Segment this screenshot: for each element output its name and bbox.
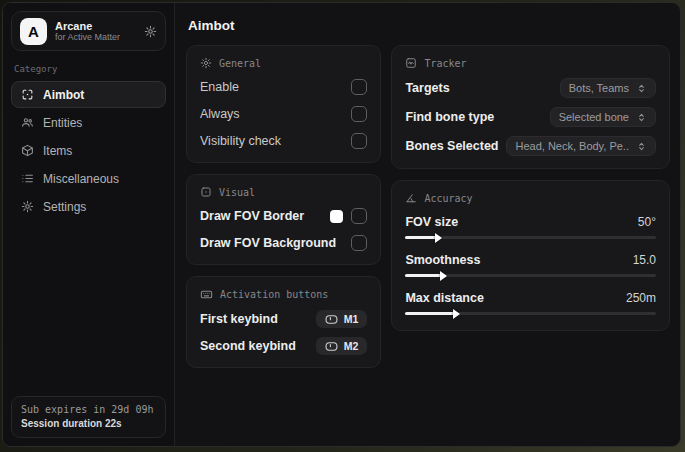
sidebar-item-aimbot[interactable]: Aimbot <box>11 81 166 108</box>
slider-thumb[interactable] <box>453 309 460 319</box>
targets-value: Bots, Teams <box>569 82 629 94</box>
sidebar-item-label: Settings <box>43 200 86 214</box>
session-duration-text: Session duration 22s <box>21 418 156 429</box>
keybind-value: M1 <box>344 313 359 325</box>
slider-thumb[interactable] <box>440 271 447 281</box>
left-column: General Enable Always Visibility check <box>186 45 381 368</box>
chevrons-up-down-icon <box>636 141 647 152</box>
gear-icon <box>200 57 212 69</box>
angle-icon <box>405 192 417 204</box>
chevrons-up-down-icon <box>636 112 647 123</box>
mouse-icon <box>325 314 338 325</box>
draw-fov-border-controls <box>330 208 367 224</box>
box-icon <box>21 144 34 157</box>
users-icon <box>21 116 34 129</box>
draw-fov-border-label: Draw FOV Border <box>200 209 304 223</box>
max-distance-value: 250m <box>626 291 656 305</box>
section-label: Activation buttons <box>220 289 328 300</box>
app-window: A Arcane for Active Matter Category Aimb <box>2 2 681 447</box>
accuracy-section-header: Accuracy <box>405 192 656 204</box>
app-subtitle: for Active Matter <box>55 32 136 42</box>
sidebar-item-settings[interactable]: Settings <box>11 193 166 220</box>
gear-icon <box>21 200 34 213</box>
max-distance-label: Max distance <box>405 291 484 305</box>
list-icon <box>21 172 34 185</box>
fov-size-label: FOV size <box>405 215 458 229</box>
always-row: Always <box>200 105 367 123</box>
slider-track <box>405 236 656 239</box>
section-label: General <box>219 58 261 69</box>
main-content: Aimbot General Enable <box>175 3 680 446</box>
slider-fill <box>405 312 458 315</box>
tracker-section-header: Tracker <box>405 57 656 69</box>
targets-label: Targets <box>405 81 449 95</box>
general-section: General Enable Always Visibility check <box>186 45 381 163</box>
sidebar: A Arcane for Active Matter Category Aimb <box>3 3 175 446</box>
visibility-check-row: Visibility check <box>200 132 367 150</box>
fov-size-slider[interactable] <box>405 233 656 242</box>
always-checkbox[interactable] <box>351 106 367 122</box>
tracker-section: Tracker Targets Bots, Teams Find bone ty… <box>391 45 670 169</box>
accuracy-section: Accuracy FOV size 50° <box>391 180 670 331</box>
right-column: Tracker Targets Bots, Teams Find bone ty… <box>391 45 670 331</box>
find-bone-type-select[interactable]: Selected bone <box>550 107 656 127</box>
first-keybind-button[interactable]: M1 <box>316 310 368 328</box>
draw-fov-background-checkbox[interactable] <box>351 235 367 251</box>
keybind-value: M2 <box>344 340 359 352</box>
smoothness-label: Smoothness <box>405 253 480 267</box>
smoothness-slider[interactable] <box>405 271 656 280</box>
sidebar-item-miscellaneous[interactable]: Miscellaneous <box>11 165 166 192</box>
fov-border-color-swatch[interactable] <box>330 210 343 223</box>
second-keybind-button[interactable]: M2 <box>316 337 368 355</box>
enable-checkbox[interactable] <box>351 79 367 95</box>
max-distance-slider[interactable] <box>405 309 656 318</box>
bones-selected-select[interactable]: Head, Neck, Body, Pe.. <box>506 136 656 156</box>
second-keybind-row: Second keybind M2 <box>200 337 367 355</box>
app-logo: A <box>20 18 47 45</box>
visual-section: Visual Draw FOV Border Draw FOV Backgrou… <box>186 174 381 265</box>
first-keybind-row: First keybind M1 <box>200 310 367 328</box>
bones-selected-row: Bones Selected Head, Neck, Body, Pe.. <box>405 136 656 156</box>
app-titles: Arcane for Active Matter <box>55 20 136 43</box>
section-label: Visual <box>219 187 255 198</box>
general-section-header: General <box>200 57 367 69</box>
gear-icon[interactable] <box>144 25 157 38</box>
slider-thumb[interactable] <box>435 233 442 243</box>
bones-selected-value: Head, Neck, Body, Pe.. <box>515 140 629 152</box>
always-label: Always <box>200 107 240 121</box>
enable-label: Enable <box>200 80 239 94</box>
find-bone-type-value: Selected bone <box>559 111 629 123</box>
slider-fill <box>405 274 445 277</box>
draw-fov-border-row: Draw FOV Border <box>200 207 367 225</box>
max-distance-row: Max distance 250m <box>405 291 656 318</box>
sidebar-item-items[interactable]: Items <box>11 137 166 164</box>
enable-row: Enable <box>200 78 367 96</box>
bones-selected-label: Bones Selected <box>405 139 498 153</box>
app-name: Arcane <box>55 20 136 33</box>
sidebar-item-entities[interactable]: Entities <box>11 109 166 136</box>
sidebar-item-label: Entities <box>43 116 82 130</box>
visual-section-header: Visual <box>200 186 367 198</box>
subscription-box: Sub expires in 29d 09h Session duration … <box>11 396 166 438</box>
keyboard-icon <box>200 288 213 301</box>
draw-fov-background-label: Draw FOV Background <box>200 236 336 250</box>
app-header: A Arcane for Active Matter <box>11 11 166 51</box>
sidebar-item-label: Miscellaneous <box>43 172 119 186</box>
first-keybind-label: First keybind <box>200 312 278 326</box>
square-dot-icon <box>200 186 212 198</box>
find-bone-type-row: Find bone type Selected bone <box>405 107 656 127</box>
activation-section-header: Activation buttons <box>200 288 367 301</box>
activation-buttons-section: Activation buttons First keybind M1 <box>186 276 381 368</box>
radar-pulse-icon <box>405 57 417 69</box>
crosshair-scan-icon <box>21 88 34 101</box>
visibility-check-label: Visibility check <box>200 134 281 148</box>
draw-fov-border-checkbox[interactable] <box>351 208 367 224</box>
category-label: Category <box>14 64 163 74</box>
visibility-check-checkbox[interactable] <box>351 133 367 149</box>
targets-select[interactable]: Bots, Teams <box>560 78 656 98</box>
draw-fov-background-row: Draw FOV Background <box>200 234 367 252</box>
sidebar-item-label: Items <box>43 144 72 158</box>
sidebar-item-label: Aimbot <box>43 88 84 102</box>
mouse-icon <box>325 341 338 352</box>
second-keybind-label: Second keybind <box>200 339 296 353</box>
